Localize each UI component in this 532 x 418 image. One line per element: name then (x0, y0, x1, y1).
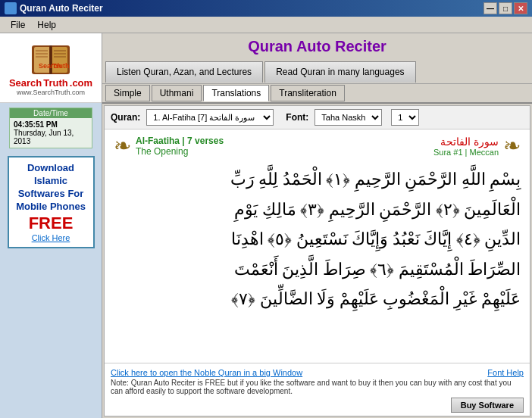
surah-info-right: سورة الفاتحة Sura #1 | Meccan (433, 136, 499, 157)
verse-line-4: الصِّرَاطَ الْمُسْتَقِيمَ ﴿٦﴾ صِرَاطَ ال… (114, 254, 521, 285)
footer-bottom: Click here to open the Noble Quran in a … (111, 368, 524, 377)
main-layout: Search Truth Search Truth .com www.Searc… (0, 33, 532, 418)
logo-search: Search (9, 77, 42, 89)
download-free: FREE (14, 214, 89, 233)
decorative-right-icon: ❧ (503, 136, 521, 157)
surah-english-name: The Opening (136, 146, 224, 157)
svg-rect-5 (36, 50, 48, 51)
app-icon (5, 2, 17, 14)
svg-rect-9 (54, 53, 66, 55)
quran-controls: Quran: 1. Al-Fatiha [7] سورة الفاتحة Fon… (105, 106, 530, 129)
window-controls: — □ ✕ (483, 2, 527, 14)
verse-line-1: بِسْمِ اللَّهِ الرَّحْمَنِ الرَّحِيمِ ﴿١… (114, 164, 521, 195)
font-help-link[interactable]: Font Help (487, 368, 524, 377)
svg-rect-8 (54, 50, 66, 51)
download-click[interactable]: Click Here (14, 233, 89, 242)
logo-com: .com (70, 77, 92, 89)
quran-footer: Click here to open the Noble Quran in a … (105, 363, 530, 416)
app-title: Quran Auto Reciter (248, 38, 386, 55)
logo-image: Search Truth (28, 39, 74, 77)
menu-help[interactable]: Help (31, 18, 62, 32)
quran-scroll[interactable]: ❧ Al-Faatiha | 7 verses The Opening سورة… (105, 129, 530, 363)
download-title: Download Islamic Softwares For Mobile Ph… (14, 162, 89, 214)
surah-select[interactable]: 1. Al-Fatiha [7] سورة الفاتحة (146, 109, 274, 126)
content-area: Quran Auto Reciter Listen Quran, Azan, a… (102, 33, 532, 418)
menu-file[interactable]: File (5, 18, 31, 32)
top-tabs: Listen Quran, Azan, and Lectures Read Qu… (102, 57, 532, 84)
svg-rect-10 (54, 56, 66, 58)
surah-info-left: Al-Faatiha | 7 verses The Opening (136, 136, 224, 157)
menu-bar: File Help (0, 17, 532, 33)
verse-line-2: الْعَالَمِينَ ﴿٢﴾ الرَّحْمَنِ الرَّحِيمِ… (114, 195, 521, 225)
datetime-label: Date/Time (10, 108, 92, 118)
app-title-area: Quran Auto Reciter (102, 33, 532, 57)
svg-rect-7 (36, 56, 48, 58)
close-button[interactable]: ✕ (514, 2, 527, 14)
footer-note: Note: Quran Auto Reciter is FREE but if … (111, 379, 524, 395)
datetime-box: Date/Time 04:35:51 PM Thursday, Jun 13, … (9, 108, 92, 148)
open-big-window-link[interactable]: Click here to open the Noble Quran in a … (111, 368, 302, 377)
sub-tab-translations[interactable]: Translations (203, 85, 269, 101)
sub-tab-transliteration[interactable]: Transliteration (271, 85, 345, 101)
download-box[interactable]: Download Islamic Softwares For Mobile Ph… (8, 156, 95, 248)
tab-read[interactable]: Read Quran in many languages (264, 61, 415, 83)
sub-tab-uthmani[interactable]: Uthmani (152, 85, 202, 101)
surah-meta: Sura #1 | Meccan (433, 148, 499, 157)
minimize-button[interactable]: — (483, 2, 497, 14)
svg-rect-6 (36, 53, 48, 55)
logo-area: Search Truth Search Truth .com www.Searc… (0, 33, 102, 103)
surah-arabic-name: سورة الفاتحة (433, 136, 499, 148)
font-select[interactable]: Taha Naskh (315, 109, 382, 126)
arabic-verses: بِسْمِ اللَّهِ الرَّحْمَنِ الرَّحِيمِ ﴿١… (114, 164, 521, 314)
verse-line-5: عَلَيْهِمْ غَيْرِ الْمَغْضُوبِ عَلَيْهِم… (114, 284, 521, 314)
datetime-date: Thursday, Jun 13, 2013 (14, 129, 88, 145)
verse-select[interactable]: 1 (391, 109, 419, 126)
svg-text:Truth: Truth (52, 62, 70, 70)
logo-website: www.SearchTruth.com (17, 89, 85, 96)
title-bar-text: Quran Auto Reciter (20, 3, 103, 14)
quran-label: Quran: (111, 112, 140, 123)
decorative-left-icon: ❧ (114, 136, 131, 157)
buy-software-button[interactable]: Buy Software (451, 398, 524, 413)
datetime-time: 04:35:51 PM (14, 120, 88, 129)
sub-tabs: Simple Uthmani Translations Transliterat… (102, 84, 532, 104)
surah-header: ❧ Al-Faatiha | 7 verses The Opening سورة… (114, 136, 521, 157)
tab-listen[interactable]: Listen Quran, Azan, and Lectures (105, 61, 263, 83)
title-bar: Quran Auto Reciter — □ ✕ (0, 0, 532, 17)
quran-display-area: Quran: 1. Al-Fatiha [7] سورة الفاتحة Fon… (104, 105, 530, 416)
sub-tab-simple[interactable]: Simple (105, 85, 150, 101)
verse-line-3: الدِّينِ ﴿٤﴾ إِيَّاكَ نَعْبُدُ وَإِيَّاك… (114, 224, 521, 254)
maximize-button[interactable]: □ (499, 2, 512, 14)
sidebar: Search Truth Search Truth .com www.Searc… (0, 33, 102, 418)
surah-full-name: Al-Faatiha | 7 verses (136, 136, 224, 146)
font-label: Font: (286, 112, 308, 123)
logo-truth: Truth (43, 77, 68, 89)
